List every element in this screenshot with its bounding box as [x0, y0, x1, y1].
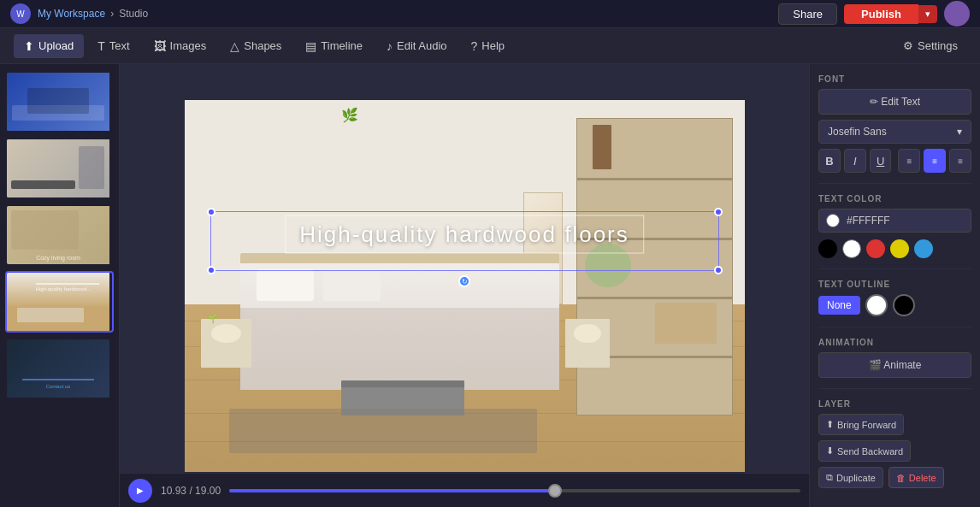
- timeline-track[interactable]: [229, 489, 800, 492]
- upload-icon: ⬆: [24, 39, 34, 53]
- slide-item[interactable]: 3s ≡ ⧉ 🗑: [5, 138, 114, 199]
- underline-button[interactable]: U: [870, 149, 892, 173]
- text-color-section: TEXT COLOR #FFFFFF: [818, 194, 971, 258]
- resize-handle-tl[interactable]: [207, 208, 215, 216]
- audio-icon: ♪: [387, 39, 393, 53]
- timeline-bar: ▶ 10.93 / 19.00: [120, 473, 809, 507]
- user-avatar[interactable]: [944, 1, 970, 27]
- main-layout: 4s ≡ ⧉ 🗑 3s ≡ ⧉ 🗑: [0, 64, 980, 507]
- images-button[interactable]: 🖼 Images: [144, 34, 217, 58]
- outline-options: None: [818, 294, 971, 316]
- delete-icon: 🗑: [896, 473, 906, 483]
- canvas-area: 🌿 🌱 High-quality hardwood floors ↻: [120, 64, 809, 507]
- resize-handle-tr[interactable]: [714, 208, 723, 216]
- small-plant: 🌱: [207, 314, 217, 323]
- divider: [818, 183, 971, 184]
- nightstand-left: [201, 319, 251, 368]
- settings-button[interactable]: ⚙ Settings: [894, 34, 966, 57]
- help-button[interactable]: ? Help: [461, 34, 516, 58]
- text-selection-box[interactable]: High-quality hardwood floors ↻: [210, 211, 719, 271]
- timeline-icon: ▤: [305, 39, 316, 53]
- resize-handle-bl[interactable]: [207, 266, 215, 274]
- workspace-link[interactable]: My Workspace: [38, 8, 105, 20]
- layer-actions: ⬆ Bring Forward ⬇ Send Backward ⧉ Duplic…: [818, 414, 971, 488]
- resize-handle-br[interactable]: [714, 266, 723, 274]
- preset-blue[interactable]: [914, 239, 933, 258]
- bring-forward-icon: ⬆: [826, 419, 834, 430]
- bold-button[interactable]: B: [818, 149, 841, 173]
- toolbar: ⬆ Upload T Text 🖼 Images △ Shapes ▤ Time…: [0, 28, 980, 64]
- outline-black-button[interactable]: [893, 294, 915, 316]
- divider: [818, 388, 971, 389]
- font-section-title: FONT: [818, 74, 971, 84]
- share-button[interactable]: Share: [778, 3, 837, 25]
- rotate-handle[interactable]: ↻: [458, 275, 470, 287]
- right-panel: FONT ✏ Edit Text Josefin Sans ▾ B I U ≡ …: [809, 64, 980, 507]
- color-presets: [818, 239, 971, 258]
- chevron-down-icon: ▾: [957, 126, 962, 138]
- duplicate-button[interactable]: ⧉ Duplicate: [818, 467, 883, 488]
- nightstand-right: [565, 319, 610, 368]
- font-name-selector[interactable]: Josefin Sans ▾: [818, 120, 971, 144]
- breadcrumb-sep: ›: [110, 8, 114, 20]
- upload-button[interactable]: ⬆ Upload: [14, 34, 84, 58]
- text-button[interactable]: T Text: [87, 34, 139, 58]
- animation-title: ANIMATION: [818, 338, 971, 347]
- text-color-title: TEXT COLOR: [818, 194, 971, 203]
- timeline-thumb[interactable]: [548, 484, 562, 498]
- preset-yellow[interactable]: [890, 239, 909, 258]
- font-section: FONT ✏ Edit Text Josefin Sans ▾ B I U ≡ …: [818, 74, 971, 173]
- outline-white-button[interactable]: [865, 294, 888, 316]
- play-button[interactable]: ▶: [128, 479, 152, 503]
- outline-none-button[interactable]: None: [818, 296, 860, 315]
- topbar: W My Workspace › Studio Share Publish ▾: [0, 0, 980, 28]
- brand-avatar: W: [10, 3, 31, 24]
- align-right-button[interactable]: ≡: [949, 149, 971, 173]
- color-hex-value: #FFFFFF: [847, 215, 890, 227]
- animate-button[interactable]: 🎬 Animate: [818, 352, 971, 378]
- send-backward-icon: ⬇: [826, 445, 834, 457]
- text-outline-title: TEXT OUTLINE: [818, 280, 971, 289]
- text-outline-section: TEXT OUTLINE None: [818, 280, 971, 316]
- shapes-button[interactable]: △ Shapes: [220, 34, 292, 58]
- divider: [818, 268, 971, 269]
- slide-panel: 4s ≡ ⧉ 🗑 3s ≡ ⧉ 🗑: [0, 64, 120, 507]
- duplicate-icon: ⧉: [826, 472, 833, 483]
- shapes-icon: △: [230, 39, 239, 53]
- studio-label: Studio: [119, 8, 148, 20]
- edit-audio-button[interactable]: ♪ Edit Audio: [376, 34, 458, 58]
- publish-dropdown-button[interactable]: ▾: [918, 5, 937, 23]
- edit-text-button[interactable]: ✏ Edit Text: [818, 89, 971, 115]
- layer-section: LAYER ⬆ Bring Forward ⬇ Send Backward ⧉ …: [818, 399, 971, 488]
- animation-section: ANIMATION 🎬 Animate: [818, 338, 971, 378]
- text-icon: T: [97, 39, 105, 53]
- timeline-time: 10.93 / 19.00: [161, 485, 221, 497]
- plant-decoration: 🌿: [341, 107, 358, 123]
- italic-button[interactable]: I: [844, 149, 866, 173]
- slide-item[interactable]: 3s ≡ ⧉ 🗑 Cozy living room: [5, 204, 114, 266]
- slide-item[interactable]: 4s ≡ ⧉ 🗑: [5, 71, 114, 133]
- delete-button[interactable]: 🗑 Delete: [888, 467, 944, 488]
- layer-title: LAYER: [818, 399, 971, 409]
- publish-group: Publish ▾: [844, 4, 937, 24]
- images-icon: 🖼: [154, 39, 166, 53]
- publish-button[interactable]: Publish: [844, 4, 918, 24]
- preset-white[interactable]: [842, 239, 861, 258]
- timeline-button[interactable]: ▤ Timeline: [295, 34, 373, 58]
- canvas-text-overlay[interactable]: High-quality hardwood floors: [285, 215, 644, 253]
- help-icon: ?: [471, 39, 478, 53]
- align-center-button[interactable]: ≡: [924, 149, 946, 173]
- send-backward-button[interactable]: ⬇ Send Backward: [818, 440, 911, 462]
- topbar-brand: My Workspace › Studio: [38, 8, 148, 20]
- canvas-wrapper[interactable]: 🌿 🌱 High-quality hardwood floors ↻: [185, 100, 745, 472]
- preset-red[interactable]: [866, 239, 885, 258]
- bring-forward-button[interactable]: ⬆ Bring Forward: [818, 414, 904, 435]
- text-color-picker[interactable]: #FFFFFF: [818, 209, 971, 233]
- align-left-button[interactable]: ≡: [898, 149, 920, 173]
- slide-item[interactable]: 5s ≡ ⧉ 🗑 Contact us: [5, 338, 114, 399]
- divider: [818, 327, 971, 327]
- rug: [229, 409, 537, 453]
- settings-icon: ⚙: [903, 39, 913, 52]
- slide-item-active[interactable]: 1s ≡ ⧉ 🗑 High-quality hardwood...: [5, 271, 114, 333]
- preset-black[interactable]: [818, 239, 837, 258]
